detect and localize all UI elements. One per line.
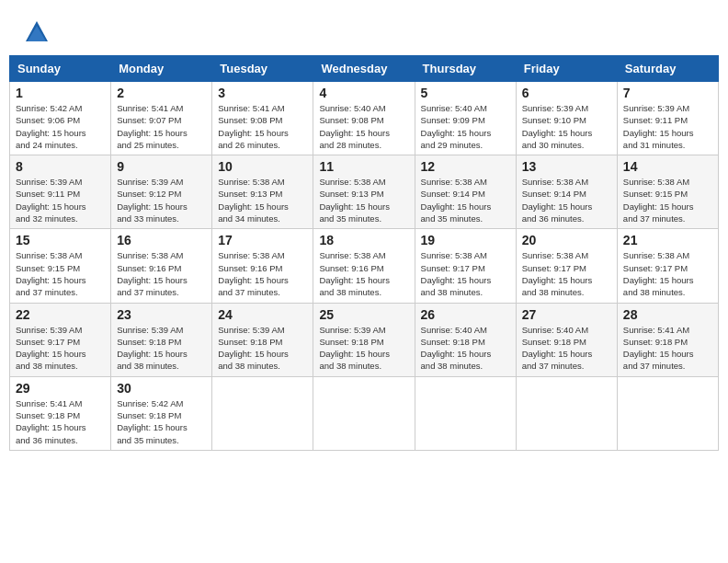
calendar-cell: 28Sunrise: 5:41 AMSunset: 9:18 PMDayligh…: [617, 303, 718, 376]
weekday-header-friday: Friday: [516, 56, 617, 82]
week-row: 22Sunrise: 5:39 AMSunset: 9:17 PMDayligh…: [10, 303, 719, 376]
day-number: 26: [421, 307, 510, 322]
day-info: Sunrise: 5:41 AMSunset: 9:18 PMDaylight:…: [623, 324, 712, 373]
calendar-cell: 20Sunrise: 5:38 AMSunset: 9:17 PMDayligh…: [516, 229, 617, 303]
week-row: 29Sunrise: 5:41 AMSunset: 9:18 PMDayligh…: [10, 376, 719, 450]
day-number: 30: [117, 381, 206, 396]
day-info: Sunrise: 5:40 AMSunset: 9:09 PMDaylight:…: [421, 102, 510, 151]
calendar-cell: 8Sunrise: 5:39 AMSunset: 9:11 PMDaylight…: [10, 155, 111, 229]
day-info: Sunrise: 5:39 AMSunset: 9:18 PMDaylight:…: [218, 324, 307, 373]
day-number: 10: [218, 159, 307, 174]
calendar-cell: 12Sunrise: 5:38 AMSunset: 9:14 PMDayligh…: [415, 155, 516, 229]
day-number: 20: [522, 233, 611, 247]
calendar-cell: 13Sunrise: 5:38 AMSunset: 9:14 PMDayligh…: [516, 155, 617, 229]
calendar-cell: 30Sunrise: 5:42 AMSunset: 9:18 PMDayligh…: [111, 376, 212, 450]
day-info: Sunrise: 5:38 AMSunset: 9:17 PMDaylight:…: [421, 249, 510, 298]
day-info: Sunrise: 5:39 AMSunset: 9:11 PMDaylight:…: [623, 102, 712, 151]
day-number: 21: [623, 233, 712, 247]
calendar-cell: 27Sunrise: 5:40 AMSunset: 9:18 PMDayligh…: [516, 303, 617, 376]
calendar-cell: [313, 376, 415, 450]
day-number: 23: [117, 307, 206, 322]
day-number: 28: [623, 307, 712, 322]
calendar-cell: 19Sunrise: 5:38 AMSunset: 9:17 PMDayligh…: [415, 229, 516, 303]
day-info: Sunrise: 5:41 AMSunset: 9:07 PMDaylight:…: [117, 102, 206, 151]
day-number: 7: [623, 86, 712, 100]
day-info: Sunrise: 5:38 AMSunset: 9:14 PMDaylight:…: [421, 176, 510, 224]
day-info: Sunrise: 5:40 AMSunset: 9:18 PMDaylight:…: [522, 324, 611, 373]
calendar-cell: 9Sunrise: 5:39 AMSunset: 9:12 PMDaylight…: [111, 155, 212, 229]
calendar-cell: 16Sunrise: 5:38 AMSunset: 9:16 PMDayligh…: [111, 229, 212, 303]
calendar-cell: 5Sunrise: 5:40 AMSunset: 9:09 PMDaylight…: [415, 82, 516, 155]
calendar-cell: 23Sunrise: 5:39 AMSunset: 9:18 PMDayligh…: [111, 303, 212, 376]
calendar-cell: 29Sunrise: 5:41 AMSunset: 9:18 PMDayligh…: [10, 376, 111, 450]
day-number: 24: [218, 307, 307, 322]
day-info: Sunrise: 5:38 AMSunset: 9:17 PMDaylight:…: [522, 249, 611, 298]
day-number: 25: [319, 307, 408, 322]
day-number: 17: [218, 233, 307, 247]
calendar-cell: [516, 376, 617, 450]
day-info: Sunrise: 5:39 AMSunset: 9:17 PMDaylight:…: [16, 324, 105, 373]
day-number: 22: [16, 307, 105, 322]
calendar-cell: 17Sunrise: 5:38 AMSunset: 9:16 PMDayligh…: [212, 229, 313, 303]
day-info: Sunrise: 5:39 AMSunset: 9:18 PMDaylight:…: [319, 324, 408, 373]
calendar-cell: 7Sunrise: 5:39 AMSunset: 9:11 PMDaylight…: [617, 82, 718, 155]
day-number: 12: [421, 159, 510, 174]
calendar: SundayMondayTuesdayWednesdayThursdayFrid…: [9, 55, 719, 451]
day-number: 16: [117, 233, 206, 247]
calendar-cell: 18Sunrise: 5:38 AMSunset: 9:16 PMDayligh…: [313, 229, 415, 303]
calendar-cell: 21Sunrise: 5:38 AMSunset: 9:17 PMDayligh…: [617, 229, 718, 303]
day-number: 15: [16, 233, 105, 247]
day-info: Sunrise: 5:38 AMSunset: 9:16 PMDaylight:…: [117, 249, 206, 298]
day-number: 6: [522, 86, 611, 100]
day-info: Sunrise: 5:39 AMSunset: 9:10 PMDaylight:…: [522, 102, 611, 151]
calendar-cell: 22Sunrise: 5:39 AMSunset: 9:17 PMDayligh…: [10, 303, 111, 376]
day-number: 4: [319, 86, 408, 100]
day-number: 29: [16, 381, 105, 396]
calendar-cell: 14Sunrise: 5:38 AMSunset: 9:15 PMDayligh…: [617, 155, 718, 229]
day-info: Sunrise: 5:42 AMSunset: 9:06 PMDaylight:…: [16, 102, 105, 151]
day-info: Sunrise: 5:38 AMSunset: 9:15 PMDaylight:…: [16, 249, 105, 298]
day-info: Sunrise: 5:38 AMSunset: 9:14 PMDaylight:…: [522, 176, 611, 224]
day-number: 1: [16, 86, 105, 100]
day-info: Sunrise: 5:39 AMSunset: 9:18 PMDaylight:…: [117, 324, 206, 373]
day-info: Sunrise: 5:38 AMSunset: 9:13 PMDaylight:…: [218, 176, 307, 224]
calendar-cell: 10Sunrise: 5:38 AMSunset: 9:13 PMDayligh…: [212, 155, 313, 229]
calendar-cell: [617, 376, 718, 450]
day-info: Sunrise: 5:38 AMSunset: 9:15 PMDaylight:…: [623, 176, 712, 224]
day-info: Sunrise: 5:39 AMSunset: 9:12 PMDaylight:…: [117, 176, 206, 224]
calendar-cell: 6Sunrise: 5:39 AMSunset: 9:10 PMDaylight…: [516, 82, 617, 155]
day-info: Sunrise: 5:40 AMSunset: 9:18 PMDaylight:…: [421, 324, 510, 373]
day-number: 27: [522, 307, 611, 322]
calendar-cell: 24Sunrise: 5:39 AMSunset: 9:18 PMDayligh…: [212, 303, 313, 376]
calendar-cell: 2Sunrise: 5:41 AMSunset: 9:07 PMDaylight…: [111, 82, 212, 155]
day-number: 2: [117, 86, 206, 100]
day-number: 8: [16, 159, 105, 174]
day-info: Sunrise: 5:41 AMSunset: 9:08 PMDaylight:…: [218, 102, 307, 151]
header-area: [9, 9, 719, 51]
calendar-cell: 11Sunrise: 5:38 AMSunset: 9:13 PMDayligh…: [313, 155, 415, 229]
day-number: 14: [623, 159, 712, 174]
day-number: 13: [522, 159, 611, 174]
day-number: 3: [218, 86, 307, 100]
calendar-cell: 26Sunrise: 5:40 AMSunset: 9:18 PMDayligh…: [415, 303, 516, 376]
day-number: 11: [319, 159, 408, 174]
day-info: Sunrise: 5:38 AMSunset: 9:16 PMDaylight:…: [218, 249, 307, 298]
weekday-header-thursday: Thursday: [415, 56, 516, 82]
weekday-header-saturday: Saturday: [617, 56, 718, 82]
day-number: 5: [421, 86, 510, 100]
day-number: 19: [421, 233, 510, 247]
weekday-header-wednesday: Wednesday: [313, 56, 415, 82]
weekday-header-sunday: Sunday: [10, 56, 111, 82]
calendar-cell: 1Sunrise: 5:42 AMSunset: 9:06 PMDaylight…: [10, 82, 111, 155]
calendar-cell: [415, 376, 516, 450]
logo-icon: [23, 18, 51, 46]
day-info: Sunrise: 5:40 AMSunset: 9:08 PMDaylight:…: [319, 102, 408, 151]
calendar-cell: 25Sunrise: 5:39 AMSunset: 9:18 PMDayligh…: [313, 303, 415, 376]
day-info: Sunrise: 5:38 AMSunset: 9:16 PMDaylight:…: [319, 249, 408, 298]
day-info: Sunrise: 5:38 AMSunset: 9:17 PMDaylight:…: [623, 249, 712, 298]
calendar-cell: [212, 376, 313, 450]
day-number: 9: [117, 159, 206, 174]
calendar-cell: 4Sunrise: 5:40 AMSunset: 9:08 PMDaylight…: [313, 82, 415, 155]
calendar-cell: 3Sunrise: 5:41 AMSunset: 9:08 PMDaylight…: [212, 82, 313, 155]
day-info: Sunrise: 5:39 AMSunset: 9:11 PMDaylight:…: [16, 176, 105, 224]
